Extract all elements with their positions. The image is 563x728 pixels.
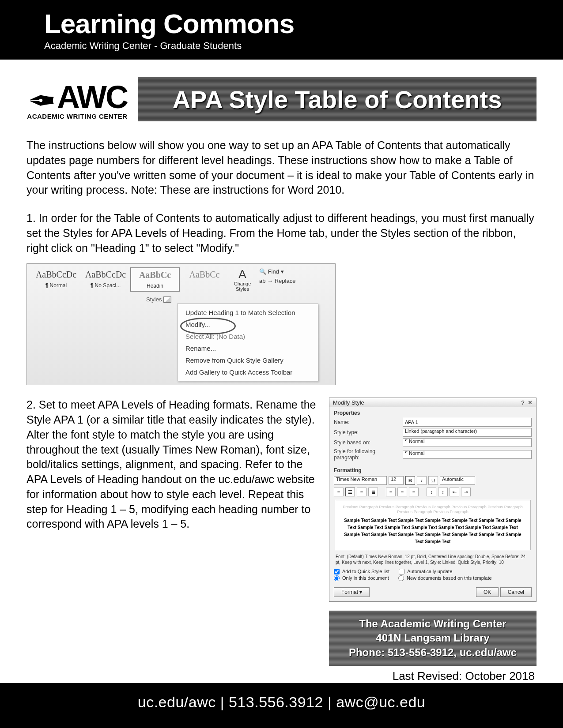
styles-group-label: Styles <box>146 296 171 303</box>
change-styles-button[interactable]: A Change Styles <box>229 267 256 292</box>
style-heading2[interactable]: AaBbCc <box>180 267 229 285</box>
ok-button[interactable]: OK <box>476 587 499 597</box>
step-1-text: 1. In order for the Table of Contents to… <box>26 211 537 255</box>
ctx-rename[interactable]: Rename... <box>178 342 318 354</box>
page-footer: uc.edu/awc | 513.556.3912 | awc@uc.edu <box>0 683 563 728</box>
context-menu: Update Heading 1 to Match Selection Modi… <box>177 304 318 381</box>
color-select[interactable]: Automatic <box>440 476 475 485</box>
style-following-select[interactable]: ¶ Normal <box>403 450 532 459</box>
word-ribbon-screenshot: AaBbCcDc ¶ Normal AaBbCcDc ¶ No Spaci...… <box>26 263 336 385</box>
ctx-modify[interactable]: Modify... <box>178 319 318 330</box>
style-description: Font: (Default) Times New Roman, 12 pt, … <box>334 554 532 568</box>
properties-heading: Properties <box>334 410 532 416</box>
logo-abbr: AWC <box>57 79 127 115</box>
auto-update-checkbox[interactable] <box>399 569 404 574</box>
ctx-remove[interactable]: Remove from Quick Style Gallery <box>178 354 318 366</box>
space-before-button[interactable]: ↕ <box>427 488 436 496</box>
align-left-button[interactable]: ≡ <box>334 488 344 496</box>
align-center-button[interactable]: ☰ <box>345 488 355 496</box>
dialog-controls: ? ✕ <box>521 399 533 406</box>
formatting-heading: Formatting <box>334 467 532 473</box>
indent-right-button[interactable]: ⇥ <box>461 488 471 496</box>
dialog-title: Modify Style <box>333 399 364 406</box>
bold-button[interactable]: B <box>405 476 415 485</box>
new-template-radio[interactable] <box>398 575 404 581</box>
page-title-banner: APA Style Table of Contents <box>138 77 537 121</box>
page-header: Learning Commons Academic Writing Center… <box>0 0 563 60</box>
line-spacing-1[interactable]: ≡ <box>386 488 396 496</box>
intro-paragraph: The instructions below will show you one… <box>26 138 537 198</box>
header-title: Learning Commons <box>44 8 563 39</box>
underline-button[interactable]: U <box>428 476 438 485</box>
step-2-text: 2. Set to meet APA Levels of Heading for… <box>26 398 318 532</box>
awc-logo: ✒ AWC ACADEMIC WRITING CENTER <box>26 73 128 126</box>
editing-group: 🔍 Find ▾ ab → Replace <box>256 267 304 286</box>
style-no-spacing[interactable]: AaBbCcDc ¶ No Spaci... <box>81 267 130 291</box>
style-preview: Previous Paragraph Previous Paragraph Pr… <box>335 500 531 550</box>
replace-button[interactable]: ab → Replace <box>259 277 304 286</box>
ctx-update[interactable]: Update Heading 1 to Match Selection <box>178 307 318 319</box>
quill-icon: ✒ <box>27 87 56 115</box>
change-styles-icon: A <box>229 267 256 281</box>
add-quick-style-checkbox[interactable] <box>334 569 340 574</box>
only-doc-radio[interactable] <box>334 575 340 581</box>
font-select[interactable]: Times New Roman <box>334 476 387 485</box>
size-select[interactable]: 12 <box>389 476 404 485</box>
style-normal[interactable]: AaBbCcDc ¶ Normal <box>31 267 81 291</box>
style-type-select[interactable]: Linked (paragraph and character) <box>403 428 532 437</box>
last-revised: Last Revised: October 2018 <box>329 669 537 683</box>
cancel-button[interactable]: Cancel <box>500 587 532 597</box>
ctx-add-toolbar[interactable]: Add Gallery to Quick Access Toolbar <box>178 366 318 378</box>
styles-dialog-launcher-icon[interactable] <box>163 296 171 303</box>
style-name-input[interactable] <box>403 418 532 427</box>
italic-button[interactable]: I <box>417 476 427 485</box>
line-spacing-2[interactable]: ≡ <box>397 488 407 496</box>
line-spacing-3[interactable]: ≡ <box>409 488 419 496</box>
style-heading1[interactable]: AaBbCc Headin <box>130 267 180 292</box>
indent-left-button[interactable]: ⇤ <box>450 488 459 496</box>
header-subtitle: Academic Writing Center - Graduate Stude… <box>44 40 563 52</box>
find-button[interactable]: 🔍 Find ▾ <box>259 267 304 277</box>
modify-style-dialog: Modify Style ? ✕ Properties Name: Style … <box>329 398 537 602</box>
format-button[interactable]: Format ▾ <box>334 587 370 597</box>
justify-button[interactable]: ≣ <box>368 488 378 496</box>
space-after-button[interactable]: ↕ <box>438 488 448 496</box>
align-right-button[interactable]: ≡ <box>357 488 367 496</box>
contact-info-box: The Academic Writing Center 401N Langsam… <box>329 611 537 666</box>
style-based-on-select[interactable]: ¶ Normal <box>403 438 532 447</box>
